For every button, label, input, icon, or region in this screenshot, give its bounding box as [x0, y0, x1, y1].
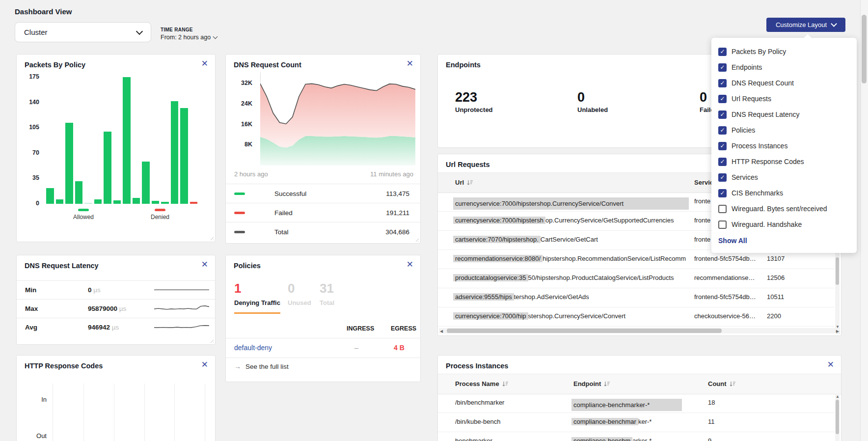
bar-allowed: [171, 101, 179, 204]
menu-item-services[interactable]: ✓Services: [711, 169, 857, 185]
checkbox-checked-icon[interactable]: ✓: [718, 142, 727, 150]
checkbox-checked-icon[interactable]: ✓: [718, 63, 727, 72]
sparkline-min: [154, 286, 209, 295]
y-tick-label: 175: [17, 73, 39, 80]
process-table-row[interactable]: benchmarkercompliance-benchmarker-*9: [438, 432, 834, 441]
checkbox-unchecked-icon[interactable]: [718, 205, 727, 213]
view-select[interactable]: Cluster: [15, 22, 151, 42]
menu-item-cis-benchmarks[interactable]: ✓CIS Benchmarks: [711, 185, 857, 201]
process-table-row[interactable]: /bin/kube-benchcompliance-benchmarker-*1…: [438, 413, 834, 432]
url-text: CartService/GetCart: [541, 236, 598, 243]
menu-item-label: Packets By Policy: [732, 48, 786, 55]
menu-item-dns-request-latency[interactable]: ✓DNS Request Latency: [711, 107, 857, 122]
vertical-scrollbar[interactable]: ▲: [835, 394, 840, 441]
menu-item-endpoints[interactable]: ✓Endpoints: [711, 59, 857, 75]
url-table-row[interactable]: currencyservice:7000/hipstershop.Currenc…: [438, 307, 834, 327]
scrollbar-thumb[interactable]: [447, 329, 722, 333]
scroll-up-icon[interactable]: ▲: [836, 394, 840, 399]
menu-item-url-requests[interactable]: ✓Url Requests: [711, 91, 857, 107]
checkbox-checked-icon[interactable]: ✓: [718, 79, 727, 87]
chevron-down-icon: [213, 34, 218, 39]
widget-dns-request-latency: DNS Request Latency ✕ Min 0 µs Max 95879…: [16, 255, 216, 345]
sort-icon[interactable]: [467, 180, 473, 186]
bar-allowed: [104, 132, 111, 204]
count-cell: 18: [708, 399, 752, 406]
legend-value: 191,211: [386, 209, 409, 217]
widget-title: DNS Request Latency: [25, 262, 99, 270]
close-icon[interactable]: ✕: [407, 260, 413, 269]
resize-handle[interactable]: [209, 236, 214, 240]
widget-title: DNS Request Count: [234, 61, 301, 69]
gridline: [205, 384, 205, 441]
column-endpoint[interactable]: Endpoint: [573, 380, 610, 387]
widget-title: Policies: [234, 262, 261, 270]
endpoint-text: arker-*: [632, 437, 651, 441]
count-cell: 12506: [767, 274, 811, 281]
menu-item-dns-request-count[interactable]: ✓DNS Request Count: [711, 75, 857, 91]
close-icon[interactable]: ✕: [407, 59, 413, 68]
checkbox-checked-icon[interactable]: ✓: [718, 110, 727, 119]
show-all-link[interactable]: Show All: [711, 232, 857, 249]
url-cell: currencyservice:7000/hipstershop.Currenc…: [453, 197, 691, 210]
menu-item-http-response-codes[interactable]: ✓HTTP Response Codes: [711, 154, 857, 169]
menu-item-packets-by-policy[interactable]: ✓Packets By Policy: [711, 44, 857, 59]
tab-total[interactable]: 31 Total: [320, 281, 334, 306]
url-highlight: cartservice:7070/hipstershop.: [453, 236, 541, 243]
sort-icon[interactable]: [730, 381, 736, 387]
latency-unit: µs: [112, 324, 119, 331]
menu-item-process-instances[interactable]: ✓Process Instances: [711, 138, 857, 154]
horizontal-scrollbar[interactable]: ◀ ▶: [439, 328, 840, 333]
legend-name: Successful: [274, 190, 306, 197]
menu-item-label: CIS Benchmarks: [732, 189, 783, 197]
customize-layout-button[interactable]: Customize Layout: [766, 18, 845, 32]
sort-icon[interactable]: [502, 381, 509, 387]
page-scrollbar[interactable]: [860, 0, 868, 441]
close-icon[interactable]: ✕: [201, 59, 208, 68]
url-table-row[interactable]: adservice:9555/hipstershop.AdService/Get…: [438, 288, 834, 307]
process-table-row[interactable]: /bin/benchmarkercompliance-benchmarker-*…: [438, 393, 834, 413]
checkbox-checked-icon[interactable]: ✓: [718, 189, 727, 197]
checkbox-checked-icon[interactable]: ✓: [718, 126, 727, 135]
column-process-name[interactable]: Process Name: [455, 380, 509, 387]
widget-dns-request-count: DNS Request Count ✕ 32K24K16K8K 2 hours …: [225, 54, 421, 244]
scrollbar-thumb[interactable]: [836, 400, 839, 434]
checkbox-checked-icon[interactable]: ✓: [718, 48, 727, 56]
legend-value: 304,686: [385, 228, 409, 236]
checkbox-checked-icon[interactable]: ✓: [718, 173, 727, 182]
widget-packets-by-policy: Packets By Policy ✕ 03570105140175 Allow…: [16, 54, 216, 242]
checkbox-checked-icon[interactable]: ✓: [718, 95, 727, 103]
close-icon[interactable]: ✕: [827, 360, 834, 369]
scrollbar-thumb[interactable]: [836, 257, 839, 285]
checkbox-checked-icon[interactable]: ✓: [718, 158, 727, 166]
policies-table-header: INGRESS EGRESS: [226, 319, 420, 338]
scroll-left-icon[interactable]: ◀: [440, 329, 443, 333]
legend-value: 113,475: [386, 190, 409, 197]
checkbox-unchecked-icon[interactable]: [718, 220, 727, 229]
stat-unlabeled: 0 Unlabeled: [577, 90, 608, 113]
y-tick-label: 140: [17, 99, 39, 106]
url-cell: productcatalogservice:3550/hipstershop.P…: [453, 274, 691, 281]
see-full-list-label: See the full list: [245, 363, 289, 370]
legend-name: Total: [274, 228, 289, 236]
menu-item-wireguard-bytes-sent-received[interactable]: Wireguard. Bytes sent/received: [711, 201, 857, 217]
policy-link[interactable]: default-deny: [234, 344, 272, 352]
url-table-row[interactable]: productcatalogservice:3550/hipstershop.P…: [438, 269, 834, 288]
close-icon[interactable]: ✕: [201, 260, 208, 269]
time-range-value[interactable]: From: 2 hours ago: [161, 34, 217, 41]
menu-notch: [804, 34, 812, 43]
bar-allowed: [56, 199, 64, 204]
sort-icon[interactable]: [604, 381, 610, 387]
close-icon[interactable]: ✕: [201, 360, 208, 369]
menu-item-policies[interactable]: ✓Policies: [711, 122, 857, 138]
bar-allowed: [152, 201, 160, 204]
column-count[interactable]: Count: [708, 380, 736, 387]
see-full-list-link[interactable]: → See the full list: [234, 362, 289, 370]
tab-denying-traffic[interactable]: 1 Denying Traffic: [234, 281, 280, 314]
y-tick-label: 16K: [233, 121, 252, 128]
resize-handle[interactable]: [209, 338, 214, 343]
menu-item-wireguard-handshake[interactable]: Wireguard. Handshake: [711, 217, 857, 232]
scrollbar-thumb[interactable]: [862, 15, 867, 83]
tab-unused[interactable]: 0 Unused: [288, 281, 311, 306]
menu-item-label: Policies: [732, 126, 755, 134]
column-url[interactable]: Url: [455, 179, 473, 186]
